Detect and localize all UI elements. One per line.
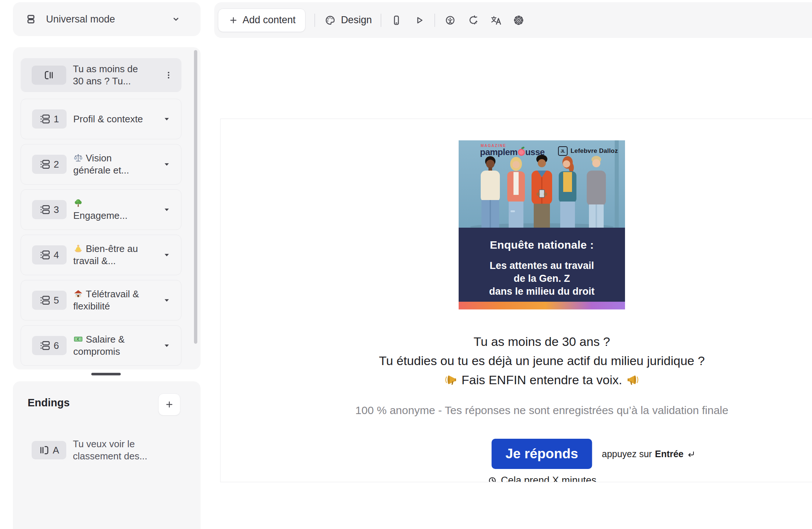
sidebar-item-label: Vision générale et... — [73, 152, 147, 176]
sidebar-item-label: Engageme... — [73, 197, 132, 222]
sidebar-item-group-3[interactable]: 3 Engageme... — [21, 189, 181, 230]
sidebar-item-group-5[interactable]: 5 Télétravail & flexibilité — [21, 280, 181, 320]
add-ending-button[interactable] — [158, 393, 180, 416]
toolbar-divider — [314, 14, 315, 27]
accessibility-icon[interactable] — [444, 14, 456, 27]
question-group-icon — [40, 204, 51, 215]
chevron-down-icon — [170, 14, 181, 25]
settings-icon[interactable] — [512, 14, 525, 27]
sidebar-item-label: Tu veux voir le classement des... — [73, 438, 151, 462]
enter-key-icon — [686, 449, 695, 458]
form-preview-canvas: MAGAZINE pamplemusse JL Lefebvre Dalloz … — [220, 119, 812, 482]
plus-icon — [228, 15, 239, 26]
group-number: 4 — [54, 249, 59, 261]
caret-down-icon[interactable] — [162, 250, 172, 260]
play-preview-icon[interactable] — [413, 14, 426, 27]
lefebvre-dalloz-label: Lefebvre Dalloz — [571, 147, 618, 155]
welcome-image: MAGAZINE pamplemusse JL Lefebvre Dalloz … — [459, 140, 625, 309]
sidebar-item-group-6[interactable]: 6 €Salaire & compromis — [21, 325, 181, 366]
jl-monogram-icon: JL — [558, 146, 568, 156]
banner-headline: Enquête nationale : — [459, 228, 625, 251]
group-number: 3 — [54, 204, 59, 216]
banner-sublines: Les attentes au travail de la Gen. Z dan… — [459, 259, 625, 298]
group-number: 2 — [54, 159, 59, 170]
caret-down-icon[interactable] — [162, 205, 172, 214]
megaphone-icon — [444, 372, 457, 386]
time-hint: Cela prend X minutes — [220, 475, 812, 482]
svg-text:€: € — [77, 337, 80, 341]
caret-down-icon[interactable] — [162, 295, 172, 305]
cta-row: Je réponds appuyez sur Entrée — [220, 439, 812, 469]
lefebvre-dalloz-logo: JL Lefebvre Dalloz — [558, 146, 618, 156]
mobile-preview-icon[interactable] — [390, 14, 403, 27]
pamplemousse-logo: MAGAZINE pamplemusse — [480, 144, 545, 157]
welcome-screen-icon — [43, 70, 54, 81]
form-builder-app: Universal mode Add content Design Tu as … — [0, 0, 812, 529]
enter-hint: appuyez sur Entrée — [602, 449, 695, 459]
palette-icon — [324, 14, 336, 27]
grapefruit-icon — [518, 149, 525, 156]
start-button[interactable]: Je réponds — [492, 439, 592, 469]
plus-icon — [164, 399, 175, 410]
group-number: 5 — [54, 295, 59, 306]
group-badge: 2 — [32, 155, 67, 174]
tree-emoji-icon — [73, 198, 83, 208]
endings-panel: Endings A Tu veux voir le classement des… — [13, 381, 201, 529]
ending-letter: A — [53, 445, 59, 456]
house-emoji-icon — [73, 289, 83, 299]
add-content-button[interactable]: Add content — [218, 8, 306, 32]
toolbar-divider — [434, 14, 435, 27]
mode-switcher[interactable]: Universal mode — [13, 2, 201, 36]
caret-down-icon[interactable] — [162, 114, 172, 124]
sidebar-item-label: Tu as moins de 30 ans ? Tu... — [73, 63, 143, 87]
add-content-label: Add content — [243, 14, 296, 26]
recall-information-icon[interactable] — [467, 14, 479, 27]
sidebar-item-label: Bien-être au travail &... — [73, 243, 147, 267]
group-badge: 6 — [32, 336, 67, 355]
toolbar-divider — [381, 14, 381, 27]
scales-emoji-icon — [73, 153, 83, 163]
sidebar-item-ending-a[interactable]: A Tu veux voir le classement des... — [13, 436, 201, 476]
image-banner: Enquête nationale : Les attentes au trav… — [459, 228, 625, 302]
lotus-emoji-icon — [73, 244, 83, 253]
question-group-icon — [40, 340, 51, 351]
sidebar-item-label: €Salaire & compromis — [73, 333, 147, 358]
group-number: 1 — [54, 113, 59, 125]
question-group-icon — [40, 249, 51, 260]
toolbar: Add content Design — [214, 2, 812, 38]
group-badge: 3 — [32, 200, 67, 219]
question-group-icon — [40, 113, 51, 125]
group-badge: 4 — [32, 245, 67, 264]
euro-banknote-emoji-icon: € — [73, 334, 83, 344]
question-group-icon — [40, 295, 51, 306]
question-group-icon — [40, 159, 51, 170]
group-badge: 1 — [32, 109, 67, 129]
sidebar-item-welcome[interactable]: Tu as moins de 30 ans ? Tu... — [21, 58, 181, 92]
design-button[interactable]: Design — [324, 14, 372, 27]
welcome-subtitle: 100 % anonyme - Tes réponses ne sont enr… — [220, 404, 812, 417]
group-badge: 5 — [32, 291, 67, 310]
kebab-menu-icon[interactable] — [163, 69, 174, 81]
welcome-badge — [32, 66, 66, 85]
design-label: Design — [341, 14, 372, 26]
translations-icon[interactable] — [490, 14, 502, 27]
gradient-bar — [459, 302, 625, 309]
caret-down-icon[interactable] — [162, 160, 172, 169]
ending-badge: A — [32, 441, 66, 459]
ending-screen-icon — [39, 445, 50, 456]
sidebar-scrollbar[interactable] — [194, 50, 197, 344]
group-number: 6 — [54, 340, 59, 351]
mode-switcher-label: Universal mode — [46, 14, 115, 25]
sidebar-item-group-4[interactable]: 4 Bien-être au travail &... — [21, 235, 181, 275]
megaphone-icon — [626, 372, 640, 386]
caret-down-icon[interactable] — [162, 341, 172, 350]
endings-title: Endings — [28, 397, 70, 409]
welcome-title: Tu as moins de 30 ans ? Tu étudies ou tu… — [220, 332, 812, 389]
sidebar-item-group-1[interactable]: 1 Profil & contexte — [21, 99, 181, 139]
panel-resize-handle[interactable] — [91, 373, 121, 375]
questions-panel: Tu as moins de 30 ans ? Tu... 1 Profil &… — [13, 47, 201, 369]
sidebar-item-label: Profil & contexte — [73, 113, 147, 125]
clock-icon — [487, 476, 497, 482]
sidebar-item-group-2[interactable]: 2 Vision générale et... — [21, 144, 181, 185]
sidebar-item-label: Télétravail & flexibilité — [73, 288, 147, 312]
